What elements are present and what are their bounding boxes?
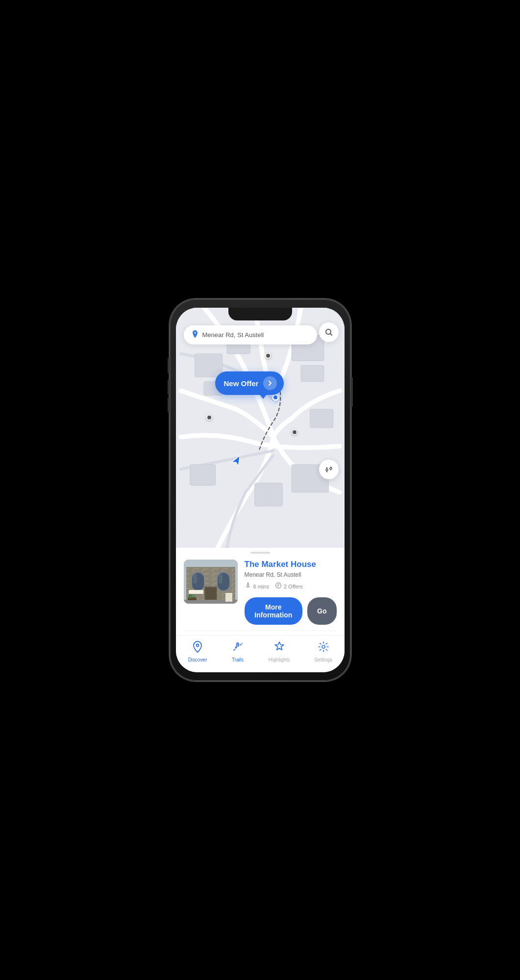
nav-item-trails[interactable]: Trails	[231, 640, 244, 662]
place-address: Menear Rd, St Austell	[245, 571, 337, 578]
place-name: The Market House	[245, 560, 337, 569]
settings-icon	[317, 640, 330, 655]
more-info-button[interactable]: More Information	[245, 597, 303, 625]
svg-rect-9	[310, 409, 333, 428]
svg-rect-4	[300, 366, 323, 382]
go-button[interactable]: Go	[307, 597, 336, 625]
nav-item-discover[interactable]: Discover	[188, 640, 207, 662]
svg-rect-6	[190, 465, 215, 485]
svg-rect-25	[193, 574, 197, 584]
offers-count-text: 2 Offers	[284, 584, 303, 589]
svg-rect-8	[254, 483, 282, 506]
phone-screen: Menear Rd, St Austell New Offer	[176, 308, 345, 672]
search-location-text: Menear Rd, St Austell	[202, 331, 309, 339]
place-image	[184, 560, 238, 604]
search-bar[interactable]: Menear Rd, St Austell	[184, 325, 317, 344]
map-pin-1[interactable]	[265, 353, 271, 359]
svg-point-13	[326, 469, 328, 471]
place-card-content: The Market House Menear Rd, St Austell 6…	[184, 554, 337, 631]
place-detail-card: The Market House Menear Rd, St Austell 6…	[176, 548, 345, 635]
svg-point-32	[189, 594, 193, 598]
nav-label-trails: Trails	[232, 657, 244, 662]
nav-label-highlights: Highlights	[269, 657, 290, 662]
filter-button[interactable]	[319, 460, 339, 479]
trails-icon	[231, 640, 244, 655]
svg-rect-26	[219, 574, 223, 584]
svg-rect-31	[188, 597, 197, 600]
offer-arrow-icon	[263, 376, 277, 390]
offers-count: 2 Offers	[275, 582, 303, 590]
walk-time-text: 6 mins	[253, 584, 269, 589]
place-info: The Market House Menear Rd, St Austell 6…	[245, 560, 337, 625]
nav-label-settings: Settings	[314, 657, 332, 662]
svg-point-41	[322, 645, 325, 648]
offers-icon	[275, 582, 282, 590]
svg-rect-1	[195, 354, 222, 377]
nav-item-settings[interactable]: Settings	[314, 640, 332, 662]
nav-label-discover: Discover	[188, 657, 207, 662]
bottom-navigation: Discover Trails	[176, 635, 345, 672]
card-buttons: More Information Go	[245, 597, 337, 625]
walk-time: 6 mins	[245, 582, 269, 590]
pin-icon	[192, 330, 198, 340]
place-meta: 6 mins 2 Offers	[245, 582, 337, 590]
svg-rect-34	[225, 593, 232, 602]
svg-point-33	[192, 594, 195, 597]
svg-point-40	[237, 643, 239, 645]
search-button[interactable]	[319, 322, 339, 342]
phone-frame: Menear Rd, St Austell New Offer	[170, 299, 351, 681]
svg-point-39	[196, 644, 198, 647]
svg-rect-30	[189, 590, 203, 594]
svg-point-14	[330, 467, 332, 469]
discover-icon	[191, 640, 204, 655]
walk-icon	[245, 582, 251, 590]
highlights-icon	[273, 640, 286, 655]
offer-bubble[interactable]: New Offer	[215, 371, 284, 395]
map-pin-2[interactable]	[206, 415, 212, 420]
map-area[interactable]: Menear Rd, St Austell New Offer	[176, 308, 345, 548]
offer-text: New Offer	[224, 379, 259, 388]
notch	[228, 308, 292, 320]
nav-item-highlights[interactable]: Highlights	[269, 640, 290, 662]
